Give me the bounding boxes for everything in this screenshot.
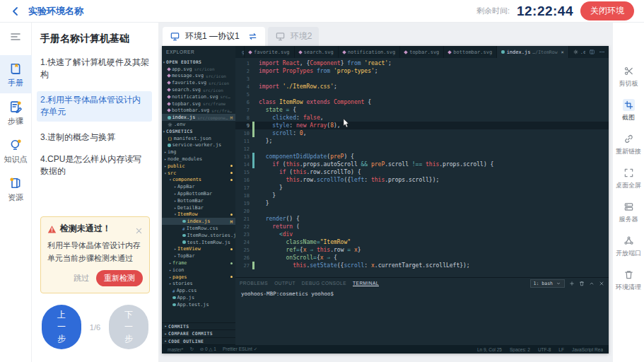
tree-folder-TopBar[interactable]: ▸TopBar: [162, 252, 235, 259]
sidebar-item-resource[interactable]: 资源: [0, 170, 32, 208]
more-actions-icon[interactable]: [599, 49, 605, 55]
maximize-panel-icon[interactable]: [589, 281, 595, 286]
explorer-section-code-outline[interactable]: ▸CODE OUTLINE: [162, 338, 235, 346]
tree-folder-img[interactable]: ▸img: [162, 148, 235, 156]
skip-button[interactable]: 跳过: [74, 273, 89, 284]
editor-tab-search-svg[interactable]: search.svg: [295, 46, 339, 58]
code-line-26[interactable]: 26 onScroll={x ⇒ {: [235, 254, 609, 262]
manual-item-1[interactable]: 1.快速了解计算机硬件及其架构: [40, 57, 150, 81]
tree-file-ItemRow-stories-js[interactable]: ItemRow.stories.js: [162, 232, 235, 239]
env-tab-1[interactable]: 环境1 —协议1: [163, 27, 265, 46]
tree-folder-frame[interactable]: ▸frame: [162, 259, 235, 267]
tree-file-index-js[interactable]: index.jsM: [162, 218, 235, 225]
status-segment[interactable]: Spaces: 2: [510, 347, 530, 352]
code-line-24[interactable]: 24 className="ItemRow": [235, 238, 609, 246]
code-line-9[interactable]: 9 style: new Array(8),: [235, 122, 609, 129]
tree-file-App-js[interactable]: App.js: [162, 294, 235, 301]
tree-folder-ItemView[interactable]: ▸ItemView: [162, 246, 235, 253]
manual-item-2[interactable]: 2.利用半导体晶体管设计内存单元: [37, 91, 152, 122]
sidebar-item-steps[interactable]: 步骤: [0, 93, 32, 132]
panel-tab-debug-console[interactable]: DEBUG CONSOLE: [302, 281, 346, 286]
tool-scissors[interactable]: 剪切板: [619, 65, 638, 88]
editor-tab-topbar-svg[interactable]: topbar.svg: [400, 46, 444, 58]
tree-folder-ItemRow[interactable]: ▾ItemRow: [162, 211, 235, 218]
new-terminal-icon[interactable]: [569, 281, 575, 286]
tool-crop[interactable]: 截图: [622, 99, 635, 122]
code-line-1[interactable]: 1import React, {Component} from 'react';: [235, 59, 609, 67]
code-line-27[interactable]: 27 this.setState({scroll: x.currentTarge…: [235, 262, 609, 269]
status-segment[interactable]: Prettier ESLint ✓: [223, 346, 257, 352]
explorer-section-compare-commits[interactable]: ▸COMPARE COMMITS: [162, 330, 235, 338]
panel-tab-terminal[interactable]: TERMINAL: [353, 281, 379, 286]
close-environment-button[interactable]: 关闭环境: [580, 1, 634, 21]
tree-folder-AppBar[interactable]: ▸AppBar: [162, 183, 235, 190]
tree-file-favorite-svg[interactable]: favorite.svgsrc/icon: [162, 79, 235, 86]
env-tab-2[interactable]: 环境2: [268, 27, 320, 46]
code-line-6[interactable]: 6class ItemRow extends Component {: [235, 98, 609, 106]
code-line-17[interactable]: 17 }: [235, 184, 609, 192]
tree-file-App-css[interactable]: #App.css: [162, 287, 235, 294]
back-icon[interactable]: [10, 6, 21, 17]
code-line-11[interactable]: 11 };: [235, 137, 609, 145]
sidebar-item-bulb[interactable]: 知识点: [0, 132, 32, 170]
tool-fullscreen[interactable]: 桌面全屏: [616, 167, 641, 190]
tree-folder-AppBottomBar[interactable]: ▸AppBottomBar: [162, 190, 235, 197]
code-line-7[interactable]: 7 state = {: [235, 106, 609, 114]
code-line-2[interactable]: 2import PropTypes from 'prop-types';: [235, 67, 609, 75]
tree-folder-public[interactable]: ▸public: [162, 163, 235, 170]
next-step-button[interactable]: 下一步: [109, 305, 148, 349]
panel-tab-problems[interactable]: PROBLEMS: [240, 281, 268, 286]
code-line-18[interactable]: 18 }: [235, 192, 609, 199]
editor-tab-notification-svg[interactable]: notification.svg: [339, 46, 400, 58]
manual-item-4[interactable]: 4.CPU是怎么样从内存读写数据的: [40, 153, 150, 178]
tool-trash[interactable]: 环境清理: [616, 269, 641, 292]
retry-check-button[interactable]: 重新检测: [96, 270, 143, 286]
status-segment[interactable]: JavaScript Rea: [572, 347, 603, 352]
tree-file-test-ItemRow-js[interactable]: test.ItemRow.js: [162, 239, 235, 246]
tree-file-bottombar-svg[interactable]: bottombar.svgsrc/frame: [162, 107, 235, 115]
tree-folder-components[interactable]: ▾components: [162, 177, 235, 184]
code-line-5[interactable]: 5: [235, 90, 609, 98]
terminal-shell-select[interactable]: 1: bash: [530, 279, 565, 288]
tree-file-topbar-svg[interactable]: topbar.svgsrc/frame: [162, 100, 235, 107]
code-line-10[interactable]: 10 scroll: 0,: [235, 129, 609, 137]
tool-server[interactable]: 服务器: [619, 201, 638, 224]
tree-file-manifest-json[interactable]: {}manifest.json: [162, 135, 235, 142]
tree-folder-src[interactable]: ▾src: [162, 170, 235, 177]
tree-folder-pages[interactable]: ▸pages: [162, 274, 235, 281]
status-segment[interactable]: UTF-8: [538, 347, 551, 352]
tree-file-ItemRow-css[interactable]: #ItemRow.css: [162, 225, 235, 232]
code-line-15[interactable]: 15 if (this.row.scrollTo) {: [235, 168, 609, 176]
code-editor[interactable]: 1import React, {Component} from 'react';…: [235, 58, 609, 277]
manual-item-3[interactable]: 3.进制的概念与换算: [40, 132, 150, 144]
terminal-output[interactable]: yoohoos-MBP:cosmetics yoohoo$: [235, 288, 609, 345]
panel-tab-output[interactable]: OUTPUT: [274, 281, 295, 286]
code-line-13[interactable]: 13 componentDidUpdate(preP) {: [235, 153, 609, 160]
tree-folder-icon[interactable]: ▸icon: [162, 267, 235, 274]
editor-tab-ge-svg[interactable]: ge.svg: [235, 46, 245, 58]
previous-step-button[interactable]: 上一步: [42, 305, 81, 349]
explorer-section-commits[interactable]: ▸COMMITS: [162, 323, 235, 331]
status-segment[interactable]: ↻: [189, 346, 193, 352]
editor-tab-favorite-svg[interactable]: favorite.svg: [245, 46, 295, 58]
tree-file-message-svg[interactable]: message.svgsrc/icon: [162, 73, 235, 80]
status-segment[interactable]: Ln 9, Col 25: [477, 347, 502, 352]
kill-terminal-icon[interactable]: [579, 281, 585, 286]
status-segment[interactable]: LF: [558, 347, 564, 352]
tree-file-notification-svg[interactable]: notification.svgsrc/icon: [162, 93, 235, 100]
tree-section-header[interactable]: ▾OPEN EDITORS: [162, 59, 235, 66]
tree-file--env[interactable]: .env: [162, 121, 235, 128]
close-panel-icon[interactable]: [599, 281, 604, 286]
alert-close-icon[interactable]: [135, 225, 143, 233]
editor-tab-bottombar-svg[interactable]: bottombar.svg: [444, 46, 497, 58]
tool-ports[interactable]: 开放端口: [616, 235, 641, 258]
tree-file-index-js[interactable]: index.jssrc/components…M: [162, 114, 235, 121]
editor-tab-index-js[interactable]: index.js…/ItemRow×: [497, 46, 569, 58]
swap-protocol-icon[interactable]: [247, 31, 258, 42]
code-line-22[interactable]: 22 return (: [235, 223, 609, 230]
code-line-23[interactable]: 23 <div: [235, 230, 609, 238]
status-segment[interactable]: ⊘ 0 △ 1: [200, 346, 216, 352]
code-line-12[interactable]: 12: [235, 145, 609, 153]
close-tab-icon[interactable]: ×: [561, 49, 564, 55]
tree-file-search-svg[interactable]: search.svgsrc/icon: [162, 86, 235, 93]
